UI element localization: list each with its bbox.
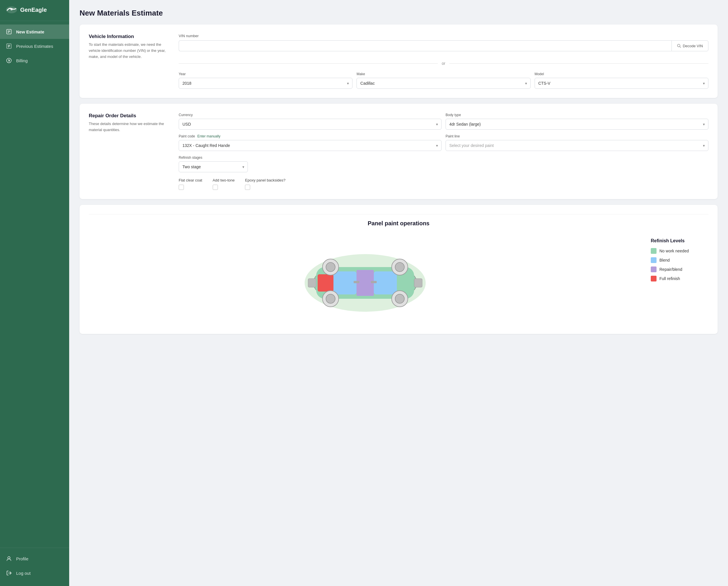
full-refinish-label: Full refinish xyxy=(659,276,680,281)
main-content: New Materials Estimate Vehicle Informati… xyxy=(69,0,728,586)
new-estimate-icon xyxy=(6,28,12,35)
profile-icon xyxy=(6,556,12,562)
currency-bodytype-row: Currency USD CAD EUR ▾ Body type xyxy=(179,113,708,130)
sidebar-item-billing[interactable]: Billing xyxy=(0,53,69,68)
or-line-right xyxy=(449,63,708,64)
svg-point-1 xyxy=(10,8,13,10)
paint-code-paintline-row: Paint code Enter manually 132X - Caught … xyxy=(179,134,708,151)
flat-clear-coat-label: Flat clear coat xyxy=(179,178,202,182)
billing-icon xyxy=(6,57,12,64)
body-type-select-wrap: 4dr Sedan (large) 4dr Sedan (small) SUV … xyxy=(446,119,708,130)
vehicle-info-description: Vehicle Information To start the materia… xyxy=(89,34,170,60)
logo-container: GenEagle xyxy=(0,0,69,21)
svg-rect-30 xyxy=(308,278,316,287)
legend-title: Refinish Levels xyxy=(651,238,708,243)
or-line-left xyxy=(179,63,438,64)
svg-rect-31 xyxy=(414,278,422,287)
currency-select[interactable]: USD CAD EUR xyxy=(179,119,442,130)
panel-paint-title: Panel paint operations xyxy=(89,214,708,231)
model-select[interactable]: CTS-V ATS CT6 Escalade xyxy=(535,78,708,89)
epoxy-panel-checkbox[interactable] xyxy=(245,185,250,190)
sidebar-item-profile[interactable]: Profile xyxy=(0,552,69,566)
car-diagram-svg xyxy=(296,238,434,325)
epoxy-panel-label: Epoxy panel backsides? xyxy=(245,178,285,182)
paint-line-select[interactable]: Select your desired paint xyxy=(446,140,708,151)
svg-point-25 xyxy=(326,294,335,303)
legend-item-repair-blend: Repair/blend xyxy=(651,266,708,272)
body-type-label: Body type xyxy=(446,113,708,117)
refinish-stages-select[interactable]: Single stage Two stage Three stage xyxy=(179,161,248,172)
model-label: Model xyxy=(535,72,708,76)
sidebar-item-logout[interactable]: Log out xyxy=(0,566,69,580)
geneagle-logo-icon xyxy=(6,6,17,14)
refinish-legend: Refinish Levels No work needed Blend Rep… xyxy=(651,238,708,285)
svg-rect-29 xyxy=(371,281,377,283)
currency-label: Currency xyxy=(179,113,442,117)
sidebar-item-label-logout: Log out xyxy=(16,571,30,576)
search-icon xyxy=(677,44,681,48)
paint-line-field-group: Paint line Select your desired paint ▾ xyxy=(446,134,708,151)
paint-line-label: Paint line xyxy=(446,134,708,138)
page-title: New Materials Estimate xyxy=(80,9,718,18)
svg-rect-16 xyxy=(334,271,357,294)
or-text: or xyxy=(442,61,445,66)
repair-fields: Currency USD CAD EUR ▾ Body type xyxy=(179,113,708,190)
vin-label: VIN number xyxy=(179,34,708,38)
sidebar-item-label-profile: Profile xyxy=(16,556,28,561)
svg-line-13 xyxy=(680,47,681,48)
refinish-stages-label: Refinish stages xyxy=(179,156,248,160)
currency-select-wrap: USD CAD EUR ▾ xyxy=(179,119,442,130)
repair-section-title: Repair Order Details xyxy=(89,113,170,119)
sidebar-item-previous-estimates[interactable]: Previous Estimates xyxy=(0,39,69,53)
add-two-tone-group: Add two-tone xyxy=(213,178,235,190)
svg-point-23 xyxy=(395,263,404,272)
sidebar: GenEagle New Estimate Previous Estimates… xyxy=(0,0,69,586)
svg-rect-19 xyxy=(318,274,334,292)
make-field-group: Make Cadillac Chevrolet Ford Toyota ▾ xyxy=(357,72,530,89)
legend-item-no-work: No work needed xyxy=(651,248,708,254)
vin-input[interactable] xyxy=(179,40,672,51)
vehicle-form-area: VIN number Decode VIN or xyxy=(179,34,708,89)
make-select[interactable]: Cadillac Chevrolet Ford Toyota xyxy=(357,78,530,89)
sidebar-item-label-previous-estimates: Previous Estimates xyxy=(16,44,53,49)
body-type-select[interactable]: 4dr Sedan (large) 4dr Sedan (small) SUV … xyxy=(446,119,708,130)
refinish-select-wrap: Single stage Two stage Three stage ▾ xyxy=(179,161,248,172)
year-label: Year xyxy=(179,72,353,76)
sidebar-item-new-estimate[interactable]: New Estimate xyxy=(0,25,69,39)
svg-point-21 xyxy=(326,263,335,272)
vehicle-info-grid: Vehicle Information To start the materia… xyxy=(89,34,708,89)
sidebar-nav: New Estimate Previous Estimates Billing xyxy=(0,21,69,548)
legend-item-blend: Blend xyxy=(651,257,708,263)
repair-section-desc: These details determine how we estimate … xyxy=(89,121,170,133)
blend-label: Blend xyxy=(659,258,670,263)
vin-field-group: VIN number Decode VIN xyxy=(179,34,708,56)
year-field-group: Year 2016 2017 2018 2019 2020 ▾ xyxy=(179,72,353,89)
body-type-field-group: Body type 4dr Sedan (large) 4dr Sedan (s… xyxy=(446,113,708,130)
legend-item-full-refinish: Full refinish xyxy=(651,276,708,282)
svg-point-27 xyxy=(395,294,404,303)
model-select-wrap: CTS-V ATS CT6 Escalade ▾ xyxy=(535,78,708,89)
decode-vin-button[interactable]: Decode VIN xyxy=(672,40,708,51)
repair-blend-label: Repair/blend xyxy=(659,267,682,272)
year-select[interactable]: 2016 2017 2018 2019 2020 xyxy=(179,78,353,89)
logo-text: GenEagle xyxy=(20,7,47,13)
flat-clear-coat-checkbox[interactable] xyxy=(179,185,184,190)
add-two-tone-checkbox[interactable] xyxy=(213,185,218,190)
repair-blend-color-dot xyxy=(651,266,656,272)
repair-order-card: Repair Order Details These details deter… xyxy=(80,104,718,199)
add-two-tone-label: Add two-tone xyxy=(213,178,235,182)
vehicle-section-title: Vehicle Information xyxy=(89,34,170,39)
vin-row: Decode VIN xyxy=(179,40,708,51)
no-work-color-dot xyxy=(651,248,656,254)
sidebar-item-label-billing: Billing xyxy=(16,58,28,63)
repair-order-description: Repair Order Details These details deter… xyxy=(89,113,170,190)
paint-code-label: Paint code xyxy=(179,134,195,138)
refinish-stages-field-group: Refinish stages Single stage Two stage T… xyxy=(179,156,248,172)
paint-code-select[interactable]: 132X - Caught Red Hande xyxy=(179,140,442,151)
sidebar-bottom: Profile Log out xyxy=(0,548,69,586)
vehicle-information-card: Vehicle Information To start the materia… xyxy=(80,25,718,98)
enter-manually-link[interactable]: Enter manually xyxy=(198,134,220,138)
paint-code-select-wrap: 132X - Caught Red Hande ▾ xyxy=(179,140,442,151)
make-label: Make xyxy=(357,72,530,76)
logout-icon xyxy=(6,570,12,576)
